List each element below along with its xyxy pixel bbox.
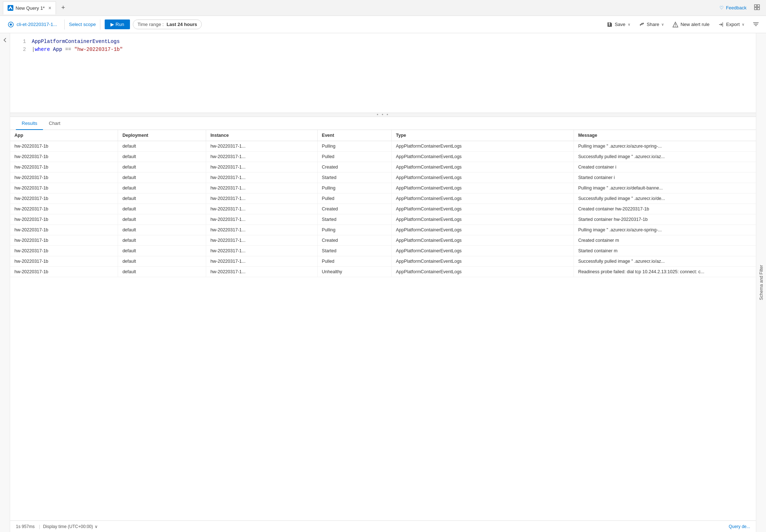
collapse-sidebar [0, 33, 10, 532]
export-chevron-icon: ∨ [742, 22, 744, 26]
table-row[interactable]: hw-20220317-1bdefaulthw-20220317-1...Sta… [10, 173, 756, 183]
table-row[interactable]: hw-20220317-1bdefaulthw-20220317-1...Unh… [10, 267, 756, 277]
select-scope-link[interactable]: Select scope [69, 22, 96, 27]
display-time-chevron[interactable]: ∨ [95, 524, 98, 529]
schema-sidebar[interactable]: Schema and Filter [756, 33, 766, 532]
resize-handle[interactable]: • • • [10, 113, 756, 117]
table-row[interactable]: hw-20220317-1bdefaulthw-20220317-1...Pul… [10, 152, 756, 162]
table-cell-instance: hw-20220317-1... [206, 141, 317, 152]
col-header-type[interactable]: Type [391, 130, 574, 141]
table-cell-message: Started container m [574, 246, 756, 256]
schema-label[interactable]: Schema and Filter [759, 265, 764, 300]
new-alert-button[interactable]: New alert rule [670, 20, 712, 29]
share-button[interactable]: Share ∨ [636, 20, 667, 29]
table-cell-event: Pulling [317, 141, 391, 152]
table-cell-app: hw-20220317-1b [10, 246, 118, 256]
table-cell-message: Started container hw-20220317-1b [574, 214, 756, 225]
table-cell-deployment: default [118, 183, 206, 193]
tab-results[interactable]: Results [16, 117, 43, 130]
table-cell-app: hw-20220317-1b [10, 256, 118, 267]
table-cell-instance: hw-20220317-1... [206, 214, 317, 225]
table-row[interactable]: hw-20220317-1bdefaulthw-20220317-1...Pul… [10, 141, 756, 152]
table-cell-deployment: default [118, 162, 206, 173]
table-cell-app: hw-20220317-1b [10, 162, 118, 173]
col-header-message[interactable]: Message [574, 130, 756, 141]
table-cell-message: Pulling image " .azurecr.io/azure-spring… [574, 141, 756, 152]
results-container: Results Chart App Deployment Instance Ev… [10, 117, 756, 532]
table-row[interactable]: hw-20220317-1bdefaulthw-20220317-1...Pul… [10, 183, 756, 193]
alert-icon [673, 22, 678, 27]
table-cell-instance: hw-20220317-1... [206, 204, 317, 214]
col-header-instance[interactable]: Instance [206, 130, 317, 141]
operator: == [62, 45, 74, 53]
table-cell-type: AppPlatformContainerEventLogs [391, 173, 574, 183]
status-divider: | [39, 524, 40, 529]
editor-line-1: 1 AppPlatformContainerEventLogs [16, 38, 750, 45]
code-editor[interactable]: 1 AppPlatformContainerEventLogs 2 | wher… [10, 33, 756, 113]
table-cell-deployment: default [118, 246, 206, 256]
tab-chart[interactable]: Chart [43, 117, 66, 130]
azure-icon [8, 5, 13, 11]
svg-rect-3 [757, 8, 760, 10]
divider [64, 19, 65, 30]
time-range-button[interactable]: Time range : Last 24 hours [133, 19, 202, 29]
table-cell-event: Created [317, 204, 391, 214]
table-cell-type: AppPlatformContainerEventLogs [391, 162, 574, 173]
table-cell-deployment: default [118, 152, 206, 162]
time-range-prefix: Time range : [138, 22, 164, 27]
svg-rect-0 [754, 5, 757, 7]
table-cell-type: AppPlatformContainerEventLogs [391, 204, 574, 214]
table-cell-type: AppPlatformContainerEventLogs [391, 193, 574, 204]
filter-icon-button[interactable] [750, 19, 762, 30]
filter-icon [753, 21, 759, 28]
new-tab-button[interactable]: + [57, 2, 69, 14]
table-cell-app: hw-20220317-1b [10, 225, 118, 235]
table-row[interactable]: hw-20220317-1bdefaulthw-20220317-1...Cre… [10, 162, 756, 173]
col-header-event[interactable]: Event [317, 130, 391, 141]
table-row[interactable]: hw-20220317-1bdefaulthw-20220317-1...Pul… [10, 193, 756, 204]
table-cell-instance: hw-20220317-1... [206, 225, 317, 235]
table-row[interactable]: hw-20220317-1bdefaulthw-20220317-1...Cre… [10, 235, 756, 246]
table-cell-message: Pulling image " .azurecr.io/azure-spring… [574, 225, 756, 235]
table-cell-message: Successfully pulled image " .azurecr.io/… [574, 152, 756, 162]
table-cell-deployment: default [118, 193, 206, 204]
query-tab[interactable]: New Query 1* × [3, 1, 56, 14]
table-cell-deployment: default [118, 235, 206, 246]
col-header-app[interactable]: App [10, 130, 118, 141]
table-cell-instance: hw-20220317-1... [206, 256, 317, 267]
table-cell-instance: hw-20220317-1... [206, 193, 317, 204]
field-name: App [50, 45, 62, 53]
time-range-value: Last 24 hours [166, 22, 197, 27]
scope-name[interactable]: cli-et-20220317-1... [17, 22, 57, 27]
string-value: "hw-20220317-1b" [74, 45, 123, 53]
table-cell-app: hw-20220317-1b [10, 235, 118, 246]
table-row[interactable]: hw-20220317-1bdefaulthw-20220317-1...Pul… [10, 256, 756, 267]
export-button[interactable]: Export ∨ [715, 20, 747, 29]
feedback-button[interactable]: ♡ Feedback [715, 4, 751, 12]
table-cell-instance: hw-20220317-1... [206, 267, 317, 277]
run-button[interactable]: ▶ Run [105, 19, 130, 29]
table-cell-instance: hw-20220317-1... [206, 173, 317, 183]
table-cell-message: Started container i [574, 173, 756, 183]
status-bar: 1s 957ms | Display time (UTC+00:00) ∨ Qu… [10, 520, 756, 532]
table-row[interactable]: hw-20220317-1bdefaulthw-20220317-1...Sta… [10, 214, 756, 225]
tab-title: New Query 1* [16, 5, 45, 11]
save-button[interactable]: Save ∨ [604, 20, 633, 29]
query-details-link[interactable]: Query de... [729, 524, 750, 529]
table-cell-app: hw-20220317-1b [10, 173, 118, 183]
save-icon [607, 22, 613, 27]
collapse-button[interactable] [1, 36, 9, 45]
table-cell-type: AppPlatformContainerEventLogs [391, 235, 574, 246]
close-icon[interactable]: × [48, 5, 51, 11]
pipe-char: | [32, 45, 35, 53]
where-keyword: where [35, 45, 50, 53]
table-row[interactable]: hw-20220317-1bdefaulthw-20220317-1...Sta… [10, 246, 756, 256]
col-header-deployment[interactable]: Deployment [118, 130, 206, 141]
table-row[interactable]: hw-20220317-1bdefaulthw-20220317-1...Pul… [10, 225, 756, 235]
table-cell-deployment: default [118, 214, 206, 225]
results-table-container[interactable]: App Deployment Instance Event Type Messa… [10, 130, 756, 520]
tab-bar: New Query 1* × + ♡ Feedback [0, 0, 766, 16]
share-chevron-icon: ∨ [661, 22, 664, 26]
settings-icon[interactable] [751, 3, 763, 13]
table-row[interactable]: hw-20220317-1bdefaulthw-20220317-1...Cre… [10, 204, 756, 214]
